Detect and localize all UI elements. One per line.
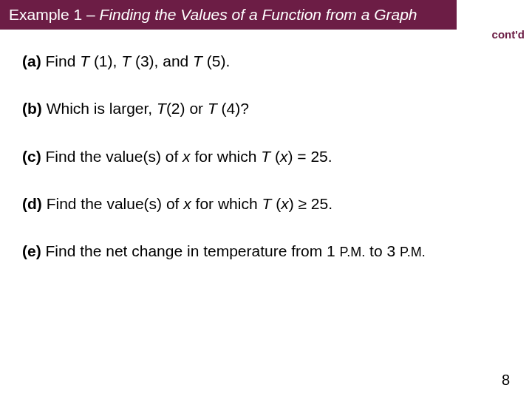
fn-T: T xyxy=(193,52,207,69)
item-b-p2: (4)? xyxy=(222,100,249,117)
fn-T: T xyxy=(261,148,275,165)
ge-symbol: ≥ xyxy=(298,195,307,212)
item-d-label: (d) xyxy=(22,195,42,212)
var-x: x xyxy=(183,195,191,212)
var-x: x xyxy=(280,148,288,165)
item-e-mid: to 3 xyxy=(365,242,400,259)
title-bar: Example 1 – Finding the Values of a Func… xyxy=(0,0,457,30)
fn-T: T xyxy=(262,195,276,212)
item-a-p3: (5). xyxy=(207,52,231,69)
item-a-label: (a) xyxy=(22,52,41,69)
continued-label: cont'd xyxy=(492,28,525,41)
item-a-p1: (1), xyxy=(94,52,121,69)
item-e: (e) Find the net change in temperature f… xyxy=(22,242,510,261)
item-a-pre: Find xyxy=(41,52,81,69)
item-e-pre: Find the net change in temperature from … xyxy=(41,242,340,259)
title-italic: Finding the Values of a Function from a … xyxy=(100,6,417,23)
fn-T: T xyxy=(157,100,166,117)
item-c-close: ) = 25. xyxy=(287,148,332,165)
item-d-val: 25. xyxy=(307,195,332,212)
item-b-p1: (2) or xyxy=(166,100,208,117)
pm-label: P.M. xyxy=(400,245,426,259)
page-number: 8 xyxy=(502,372,510,389)
item-a-p2: (3), and xyxy=(135,52,193,69)
item-e-label: (e) xyxy=(22,242,41,259)
item-d-close: ) xyxy=(289,195,299,212)
pm-label: P.M. xyxy=(340,245,366,259)
fn-T: T xyxy=(121,52,135,69)
item-d-mid: for which xyxy=(191,195,262,212)
item-b-label: (b) xyxy=(22,100,42,117)
slide: Example 1 – Finding the Values of a Func… xyxy=(0,0,532,399)
item-d-pre: Find the value(s) of xyxy=(42,195,183,212)
slide-body: (a) Find T (1), T (3), and T (5). (b) Wh… xyxy=(0,30,532,261)
item-c-open: ( xyxy=(275,148,280,165)
item-c-pre: Find the value(s) of xyxy=(41,148,183,165)
item-b-pre: Which is larger, xyxy=(42,100,157,117)
item-c: (c) Find the value(s) of x for which T (… xyxy=(22,147,510,166)
fn-T: T xyxy=(208,100,222,117)
fn-T: T xyxy=(80,52,94,69)
item-b: (b) Which is larger, T(2) or T (4)? xyxy=(22,99,510,118)
item-c-label: (c) xyxy=(22,148,41,165)
item-a: (a) Find T (1), T (3), and T (5). xyxy=(22,52,510,71)
item-c-mid: for which xyxy=(191,148,262,165)
slide-title: Example 1 – Finding the Values of a Func… xyxy=(9,6,417,24)
item-d: (d) Find the value(s) of x for which T (… xyxy=(22,194,510,214)
title-prefix: Example 1 – xyxy=(9,6,100,23)
var-x: x xyxy=(281,195,289,212)
var-x: x xyxy=(183,148,191,165)
